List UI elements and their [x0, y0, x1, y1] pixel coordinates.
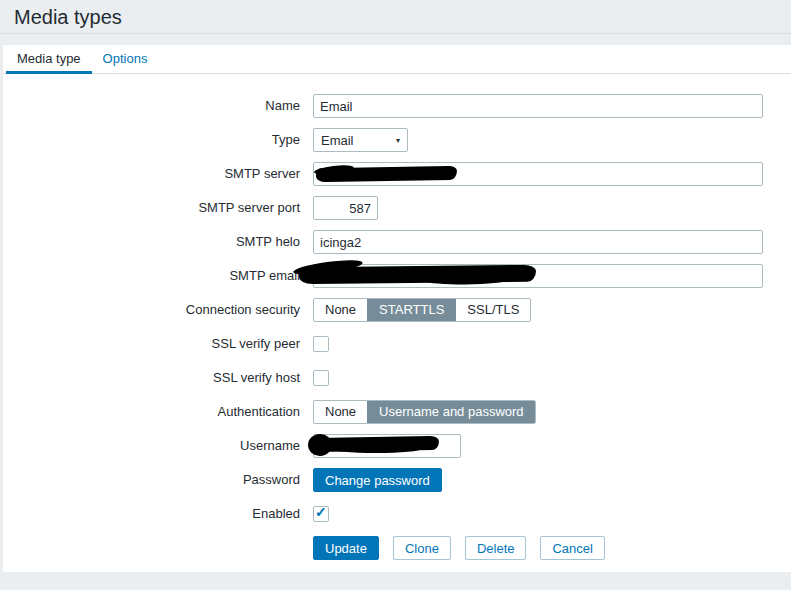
segment-ssl-tls[interactable]: SSL/TLS: [455, 299, 530, 321]
segment-none[interactable]: None: [314, 401, 367, 423]
segment-starttls[interactable]: STARTTLS: [367, 299, 455, 321]
smtp-port-label: SMTP server port: [3, 196, 313, 220]
page-header: Media types: [0, 0, 791, 34]
form-row-connection-security: Connection security NoneSTARTTLSSSL/TLS: [3, 298, 791, 322]
enabled-checkbox[interactable]: [313, 506, 329, 522]
media-type-form: Name Type Email ▾ SMTP server SMTP serve…: [3, 74, 791, 560]
type-select[interactable]: Email ▾: [313, 128, 408, 152]
redacted-value: [311, 436, 439, 452]
form-row-name: Name: [3, 94, 791, 118]
tab-bar: Media type Options: [3, 45, 791, 74]
username-label: Username: [3, 434, 313, 458]
form-row-smtp-email: SMTP email: [3, 264, 791, 288]
form-row-enabled: Enabled: [3, 502, 791, 526]
smtp-helo-input[interactable]: [313, 230, 763, 254]
update-button[interactable]: Update: [313, 536, 379, 560]
smtp-port-input[interactable]: [313, 196, 378, 220]
ssl-verify-peer-label: SSL verify peer: [3, 332, 313, 356]
cancel-button[interactable]: Cancel: [540, 536, 604, 560]
delete-button[interactable]: Delete: [465, 536, 527, 560]
ssl-verify-peer-checkbox[interactable]: [313, 336, 329, 352]
authentication-label: Authentication: [3, 400, 313, 424]
smtp-helo-label: SMTP helo: [3, 230, 313, 254]
segment-none[interactable]: None: [314, 299, 367, 321]
form-actions-row: Update Clone Delete Cancel: [3, 536, 791, 560]
redacted-value: [299, 265, 536, 284]
redacted-value: [316, 166, 457, 182]
tab-options[interactable]: Options: [92, 45, 159, 74]
page-title: Media types: [14, 6, 791, 29]
type-select-value: Email: [321, 133, 354, 148]
clone-button[interactable]: Clone: [393, 536, 451, 560]
form-row-authentication: Authentication NoneUsername and password: [3, 400, 791, 424]
name-input[interactable]: [313, 94, 763, 118]
change-password-button[interactable]: Change password: [313, 468, 442, 492]
tab-media-type[interactable]: Media type: [6, 45, 92, 74]
connection-security-label: Connection security: [3, 298, 313, 322]
segment-username-and-password[interactable]: Username and password: [367, 401, 535, 423]
form-row-ssl-verify-peer: SSL verify peer: [3, 332, 791, 356]
content-panel: Media type Options Name Type Email ▾ SMT…: [3, 45, 791, 572]
form-row-smtp-helo: SMTP helo: [3, 230, 791, 254]
authentication-segmented-control: NoneUsername and password: [313, 400, 536, 424]
chevron-down-icon: ▾: [396, 136, 400, 145]
name-label: Name: [3, 94, 313, 118]
ssl-verify-host-label: SSL verify host: [3, 366, 313, 390]
form-row-ssl-verify-host: SSL verify host: [3, 366, 791, 390]
form-row-smtp-port: SMTP server port: [3, 196, 791, 220]
form-row-smtp-server: SMTP server: [3, 162, 791, 186]
smtp-email-label: SMTP email: [3, 264, 313, 288]
smtp-server-label: SMTP server: [3, 162, 313, 186]
form-row-username: Username: [3, 434, 791, 458]
type-label: Type: [3, 128, 313, 152]
ssl-verify-host-checkbox[interactable]: [313, 370, 329, 386]
page-footer: [0, 572, 791, 590]
form-row-password: Password Change password: [3, 468, 791, 492]
connection-security-segmented-control: NoneSTARTTLSSSL/TLS: [313, 298, 531, 322]
password-label: Password: [3, 468, 313, 492]
form-row-type: Type Email ▾: [3, 128, 791, 152]
enabled-label: Enabled: [3, 502, 313, 526]
